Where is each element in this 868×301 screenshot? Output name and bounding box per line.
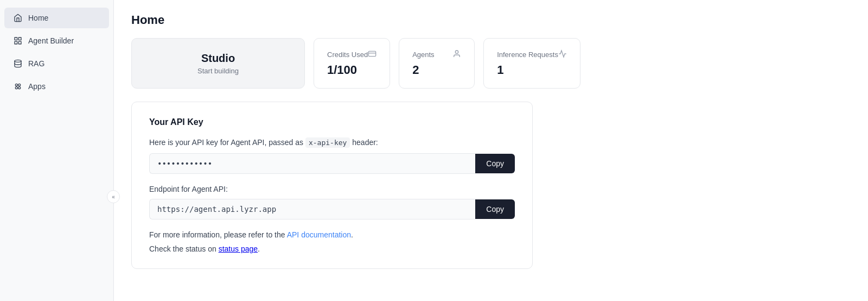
endpoint-input[interactable] <box>149 199 475 220</box>
credits-card: Credits Used 1/100 <box>314 38 390 89</box>
sidebar: Home Agent Builder RAG Apps « <box>0 0 114 301</box>
svg-rect-1 <box>18 37 21 40</box>
copy-api-key-button[interactable]: Copy <box>475 154 515 173</box>
svg-point-6 <box>18 84 21 86</box>
svg-point-7 <box>15 87 17 89</box>
svg-point-4 <box>15 60 21 62</box>
collapse-button[interactable]: « <box>107 190 120 203</box>
endpoint-row: Copy <box>149 199 515 220</box>
sidebar-item-apps[interactable]: Apps <box>4 76 109 97</box>
svg-rect-0 <box>15 37 17 40</box>
api-key-card: Your API Key Here is your API key for Ag… <box>131 102 533 269</box>
studio-subtitle: Start building <box>197 67 239 75</box>
studio-title: Studio <box>201 52 235 65</box>
sidebar-item-agent-builder-label: Agent Builder <box>28 36 74 45</box>
sidebar-item-rag-label: RAG <box>28 59 44 68</box>
endpoint-label: Endpoint for Agent API: <box>149 185 515 193</box>
credits-value: 1/100 <box>327 63 376 77</box>
inference-card: Inference Requests 1 <box>483 38 580 89</box>
home-icon <box>13 13 23 23</box>
svg-point-5 <box>15 84 17 86</box>
sidebar-item-home[interactable]: Home <box>4 8 109 28</box>
sidebar-item-home-label: Home <box>28 14 48 22</box>
apps-icon <box>13 81 23 91</box>
svg-rect-2 <box>18 41 21 44</box>
svg-point-8 <box>18 87 21 89</box>
inference-label: Inference Requests <box>497 49 567 60</box>
agents-card: Agents 2 <box>399 38 475 89</box>
sidebar-item-agent-builder[interactable]: Agent Builder <box>4 30 109 51</box>
rag-icon <box>13 59 23 68</box>
page-title: Home <box>131 13 851 27</box>
svg-rect-9 <box>368 51 375 56</box>
agents-label: Agents <box>412 49 461 60</box>
agents-icon <box>452 49 461 60</box>
sidebar-item-apps-label: Apps <box>28 82 46 91</box>
credits-label: Credits Used <box>327 49 376 60</box>
api-info-text: For more information, please refer to th… <box>149 230 515 239</box>
api-key-input[interactable] <box>149 153 475 174</box>
inference-icon <box>558 49 567 60</box>
agents-value: 2 <box>412 63 461 77</box>
copy-endpoint-button[interactable]: Copy <box>475 199 515 219</box>
api-description: Here is your API key for Agent API, pass… <box>149 138 515 147</box>
agent-builder-icon <box>13 36 23 46</box>
inference-value: 1 <box>497 63 567 77</box>
credits-icon <box>368 49 376 60</box>
status-page-link[interactable]: status page <box>219 244 258 253</box>
api-key-row: Copy <box>149 153 515 174</box>
api-documentation-link[interactable]: API documentation <box>287 230 351 239</box>
svg-rect-3 <box>15 41 17 44</box>
main-content: Home Studio Start building Credits Used … <box>114 0 868 301</box>
status-info-text: Check the status on status page. <box>149 244 515 253</box>
sidebar-item-rag[interactable]: RAG <box>4 53 109 74</box>
api-card-title: Your API Key <box>149 117 515 127</box>
svg-point-11 <box>455 51 458 53</box>
studio-card[interactable]: Studio Start building <box>131 38 305 89</box>
stats-row: Studio Start building Credits Used 1/100… <box>131 38 851 89</box>
